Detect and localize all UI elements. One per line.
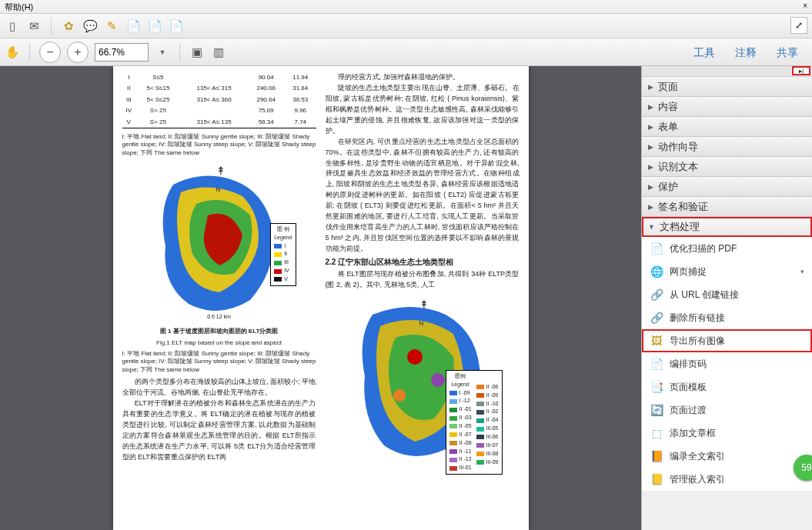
page-gear-icon: 📄 (650, 242, 663, 255)
zoom-dropdown-icon[interactable]: ▼ (155, 45, 170, 60)
tool-url-link[interactable]: 🔗从 URL 创建链接 (642, 283, 812, 306)
north-arrow-icon: ↟N (216, 163, 226, 196)
table-footnote: I: 平地 Flat land; II: 阳坡缓坡 Sunny gentle s… (122, 133, 316, 157)
chevron-down-icon: ▾ (800, 268, 804, 275)
fig1-note: I: 平地 Flat land; II: 阳坡缓坡 Sunny gentle s… (122, 350, 316, 374)
right-para-2: 陡坡的生态土地类型主要出现在山脊、土层薄、多砾石。在阳坡, 蒙古栎是优势树种; … (326, 83, 520, 137)
tool-delete-links[interactable]: 🔗删除所有链接 (642, 306, 812, 329)
tool-add-article-box[interactable]: ⬚添加文章框 (642, 422, 812, 445)
comment-icon[interactable]: 💬 (82, 18, 98, 34)
figure-1-map: ↟N 图 例 Legend I II III IV V (142, 162, 296, 323)
tab-share[interactable]: 共享 (769, 43, 806, 63)
fit-width-icon[interactable]: ▥ (211, 45, 226, 60)
globe-icon: 🌐 (650, 265, 663, 278)
help-menu[interactable]: 帮助(H) (5, 2, 33, 12)
pan-icon[interactable]: ✋ (5, 45, 20, 60)
north-arrow-icon: ↟N (419, 297, 429, 330)
left-para-1: 的两个类型多分布在海拔较高的山体上坡位, 面积较小; 平地全部位于河流、谷地两侧… (122, 377, 316, 398)
tool-web-capture[interactable]: 🌐网页捕捉▾ (642, 260, 812, 283)
panel-page[interactable]: ▶页面 (642, 77, 812, 97)
expand-icon[interactable]: ⤢ (790, 17, 807, 34)
right-para-4: 将 ELT图层与现存植被分布图叠加, 共得到 34种 ELTP类型 (图 2, … (326, 269, 520, 291)
edit-comment-icon[interactable]: ✎ (104, 18, 119, 34)
fig1-caption-en: Fig.1 ELT map based on the slope and asp… (122, 339, 316, 347)
panel-action-wizard[interactable]: ▶动作向导 (642, 137, 812, 157)
right-para-3: 在研究区内, 可供重点经营的生态土地类型占全区总面积的 70%。在这些类型中, … (326, 137, 520, 255)
tab-annot[interactable]: 注释 (727, 43, 764, 63)
panel-content[interactable]: ▶内容 (642, 97, 812, 117)
tool-page-transition[interactable]: 🔄页面过渡 (642, 398, 812, 422)
tool-page-numbers[interactable]: 📄编排页码 (642, 352, 812, 375)
tool-fulltext-index[interactable]: 📙编录全文索引 (642, 445, 812, 468)
close-icon[interactable]: × (803, 2, 807, 10)
tools-sidebar: ▸| ▶页面 ▶内容 ▶表单 ▶动作向导 ▶识别文本 ▶保护 ▶签名和验证 ▼文… (641, 66, 812, 530)
figure-2-map: ↟N 图例 Legend I -09I -12II -01II -03II -0… (346, 295, 500, 472)
index-icon: 📙 (650, 449, 663, 463)
panel-recognize-text[interactable]: ▶识别文本 (642, 157, 812, 177)
svg-point-2 (393, 389, 406, 402)
page-number-icon: 📄 (650, 357, 663, 371)
panel-protect[interactable]: ▶保护 (642, 177, 812, 197)
article-box-icon: ⬚ (650, 426, 663, 440)
add-page-icon[interactable]: 📄 (147, 18, 162, 34)
left-para-2: ELT对于理解潜在的植被分布和森林生态系统潜在的生产力具有重要的生态学意义。将 … (122, 398, 316, 463)
tool-optimize-scan[interactable]: 📄优化扫描的 PDF (642, 237, 812, 260)
tool-export-images[interactable]: 🖼导出所有图像 (642, 329, 812, 352)
data-table: IS≤590.0411.94 II5< S≤15135< A≤ 315240.0… (122, 72, 316, 130)
fit-page-icon[interactable]: ▣ (189, 45, 205, 60)
transition-icon: 🔄 (650, 403, 663, 417)
legend-box-2: 图例 Legend I -09I -12II -01II -03II -05II… (446, 370, 503, 475)
mail-icon[interactable]: ✉ (26, 18, 42, 34)
zoom-out-button[interactable]: − (39, 42, 61, 63)
sidebar-toggle[interactable]: ▸| (642, 66, 812, 77)
right-para-1: 理的经营方式, 加强对森林湿地的保护。 (326, 72, 520, 83)
gear-icon[interactable]: ✿ (61, 18, 76, 34)
svg-point-1 (431, 373, 445, 387)
export-page-icon[interactable]: 📄 (169, 18, 184, 34)
pdf-page: IS≤590.0411.94 II5< S≤15135< A≤ 315240.0… (113, 66, 529, 530)
collapse-icon[interactable]: ▸| (792, 66, 810, 75)
panel-forms[interactable]: ▶表单 (642, 117, 812, 137)
template-icon: 📑 (650, 380, 663, 394)
link-remove-icon: 🔗 (650, 311, 663, 325)
legend-box-1: 图 例 Legend I II III IV V (270, 223, 296, 286)
zoom-input[interactable] (95, 43, 149, 62)
hdd-icon[interactable]: ▯ (5, 18, 20, 34)
tab-tools[interactable]: 工具 (686, 43, 723, 63)
embed-index-icon: 📒 (650, 472, 663, 486)
remove-page-icon[interactable]: 📄 (125, 18, 141, 34)
image-export-icon: 🖼 (650, 334, 663, 348)
svg-point-0 (407, 349, 423, 365)
zoom-in-button[interactable]: + (67, 42, 89, 63)
panel-doc-processing[interactable]: ▼文档处理 (642, 217, 812, 237)
scale-bar: 0 6 12 km (207, 313, 231, 322)
section-2-2-title: 2.2 辽宁东部山区林地生态土地类型相 (326, 256, 520, 268)
fig1-caption-cn: 图 1 基于坡度图层和坡向图层的 ELT分类图 (122, 328, 316, 335)
document-view[interactable]: IS≤590.0411.94 II5< S≤15135< A≤ 315240.0… (0, 66, 641, 530)
tool-page-template[interactable]: 📑页面模板 (642, 375, 812, 398)
link-add-icon: 🔗 (650, 288, 663, 302)
doc-processing-body: 📄优化扫描的 PDF 🌐网页捕捉▾ 🔗从 URL 创建链接 🔗删除所有链接 🖼导… (642, 237, 812, 491)
tool-embed-index[interactable]: 📒管理嵌入索引 (642, 468, 812, 491)
panel-sign[interactable]: ▶签名和验证 (642, 197, 812, 217)
